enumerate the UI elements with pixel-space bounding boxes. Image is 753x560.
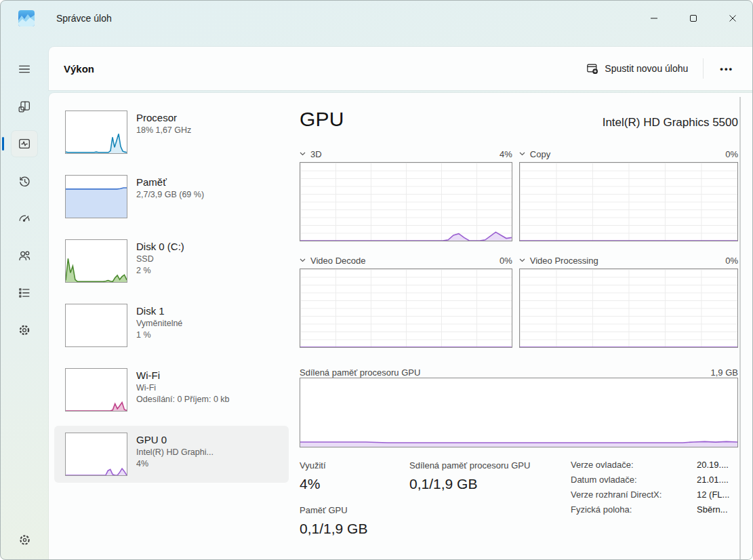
gpu-device-name: Intel(R) HD Graphics 5500: [603, 116, 738, 129]
perf-item-gpu0[interactable]: GPU 0 Intel(R) HD Graphi... 4%: [54, 426, 289, 483]
chevron-down-icon: [519, 258, 525, 262]
performance-main: Procesor 18% 1,67 GHz Paměť 2,7/3,9 GB (…: [49, 93, 752, 560]
gpu-memory-label: Paměť GPU: [300, 504, 409, 516]
gpu-video-decode-chart: [300, 268, 512, 348]
engine-label: 3D: [310, 149, 322, 159]
driver-info-label: Verze ovladače:: [571, 460, 697, 470]
driver-info-value: Sběrn...: [697, 504, 738, 515]
engine-value: 0%: [725, 256, 738, 266]
minimize-button[interactable]: [634, 1, 674, 36]
gpu-video-processing-chart: [519, 268, 738, 348]
gpu0-mini-chart: [65, 433, 127, 476]
run-new-task-button[interactable]: Spustit novou úlohu: [578, 58, 696, 79]
engine-value: 0%: [500, 256, 512, 266]
maximize-button[interactable]: [674, 1, 713, 36]
perf-item-sub: 2,7/3,9 GB (69 %): [136, 189, 204, 201]
page-header: Výkon Spustit novou úlohu •••: [49, 47, 752, 90]
driver-info-label: Verze rozhraní DirectX:: [571, 489, 697, 500]
driver-info-table: Verze ovladače: 20.19.... Datum ovladače…: [571, 460, 738, 549]
perf-item-sub: 2 %: [136, 265, 184, 277]
shared-memory-value: 0,1/1,9 GB: [409, 475, 571, 493]
scrollbar[interactable]: [739, 97, 741, 560]
close-button[interactable]: [713, 1, 752, 36]
sidebar-item-details[interactable]: [12, 280, 37, 306]
perf-item-sub: 18% 1,67 GHz: [136, 125, 191, 136]
memory-mini-chart: [65, 175, 127, 218]
selected-indicator-pill: [2, 137, 4, 151]
driver-info-value: 20.19....: [697, 460, 738, 470]
perf-item-title: Wi-Fi: [136, 369, 230, 382]
perf-item-sub: 1 %: [136, 329, 182, 341]
shared-memory-label: Sdílená paměť procesoru GPU: [409, 460, 571, 471]
driver-info-label: Fyzická poloha:: [571, 504, 697, 515]
window-title: Správce úloh: [56, 13, 112, 24]
perf-item-title: Procesor: [136, 111, 191, 125]
shared-memory-chart-max: 1,9 GB: [711, 367, 738, 378]
hamburger-menu-icon[interactable]: [12, 56, 37, 82]
task-manager-window: Správce úloh: [0, 0, 753, 560]
driver-info-value: 12 (FL...: [697, 489, 738, 500]
perf-item-title: GPU 0: [136, 433, 213, 447]
disk1-mini-chart: [65, 304, 127, 347]
gpu-detail-panel: GPU Intel(R) HD Graphics 5500 3D 4%: [289, 104, 752, 560]
chevron-down-icon: [300, 258, 306, 262]
usage-label: Využití: [300, 460, 409, 471]
titlebar: Správce úloh: [1, 1, 752, 36]
driver-info-value: 21.01....: [697, 475, 738, 485]
engine-header-video-decode[interactable]: Video Decode 0%: [300, 252, 512, 268]
settings-gear-icon[interactable]: [12, 527, 37, 553]
perf-item-disk0[interactable]: Disk 0 (C:) SSD 2 %: [54, 233, 289, 289]
perf-item-title: Disk 1: [136, 304, 182, 318]
run-new-task-label: Spustit novou úlohu: [605, 63, 688, 74]
perf-item-sub: Odesílání: 0 Příjem: 0 kb: [136, 394, 230, 405]
perf-item-sub: 4%: [136, 458, 213, 470]
perf-item-title: Disk 0 (C:): [136, 240, 184, 254]
perf-item-sub: Intel(R) HD Graphi...: [136, 447, 213, 458]
perf-item-disk1[interactable]: Disk 1 Vyměnitelné 1 %: [54, 297, 289, 354]
engine-label: Copy: [530, 149, 550, 159]
sidebar-item-app-history[interactable]: [12, 168, 37, 194]
run-new-task-icon: [586, 62, 598, 75]
task-manager-app-icon: [18, 10, 35, 26]
sidebar-item-services[interactable]: [12, 317, 37, 343]
header-divider: [703, 58, 704, 79]
engine-header-video-processing[interactable]: Video Processing 0%: [519, 252, 738, 268]
gpu-memory-value: 0,1/1,9 GB: [300, 520, 409, 538]
sidebar-item-processes[interactable]: [12, 94, 37, 119]
engine-value: 0%: [725, 149, 738, 159]
perf-item-wifi[interactable]: Wi-Fi Wi-Fi Odesílání: 0 Příjem: 0 kb: [54, 361, 289, 418]
sidebar-item-startup-apps[interactable]: [12, 205, 37, 231]
gpu-shared-memory-chart: [300, 378, 738, 447]
more-options-button[interactable]: •••: [710, 58, 743, 79]
engine-label: Video Decode: [310, 256, 365, 266]
engine-header-copy[interactable]: Copy 0%: [519, 146, 738, 162]
perf-item-memory[interactable]: Paměť 2,7/3,9 GB (69 %): [54, 168, 289, 225]
engine-label: Video Processing: [530, 256, 598, 266]
engine-value: 4%: [500, 149, 512, 159]
perf-item-cpu[interactable]: Procesor 18% 1,67 GHz: [54, 104, 289, 161]
usage-value: 4%: [300, 475, 409, 493]
nav-rail: [1, 36, 48, 560]
sidebar-item-users[interactable]: [12, 243, 37, 268]
shared-memory-chart-label: Sdílená paměť procesoru GPU: [300, 367, 420, 378]
page-title: Výkon: [64, 63, 94, 75]
gpu-copy-chart: [519, 162, 738, 241]
gpu-panel-title: GPU: [300, 108, 344, 131]
cpu-mini-chart: [65, 111, 127, 154]
wifi-mini-chart: [65, 368, 127, 412]
perf-item-sub: Vyměnitelné: [136, 318, 182, 329]
performance-sidebar-list: Procesor 18% 1,67 GHz Paměť 2,7/3,9 GB (…: [54, 104, 289, 560]
chevron-down-icon: [519, 152, 525, 156]
perf-item-title: Paměť: [136, 176, 204, 189]
chevron-down-icon: [300, 152, 306, 156]
sidebar-item-performance[interactable]: [12, 131, 37, 157]
perf-item-sub: Wi-Fi: [136, 382, 230, 394]
gpu-stats: Využití 4% Paměť GPU 0,1/1,9 GB Sdílená …: [300, 460, 738, 549]
disk0-mini-chart: [65, 239, 127, 283]
perf-item-sub: SSD: [136, 254, 184, 265]
gpu-3d-chart: [300, 162, 512, 241]
driver-info-label: Datum ovladače:: [571, 475, 697, 485]
engine-header-3d[interactable]: 3D 4%: [300, 146, 512, 162]
